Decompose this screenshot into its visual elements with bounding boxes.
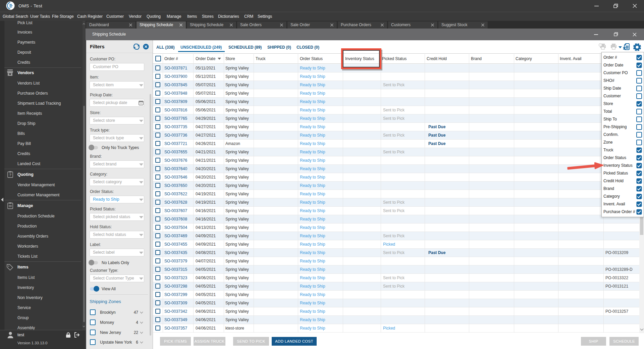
svg-text:?: ?	[9, 173, 11, 177]
